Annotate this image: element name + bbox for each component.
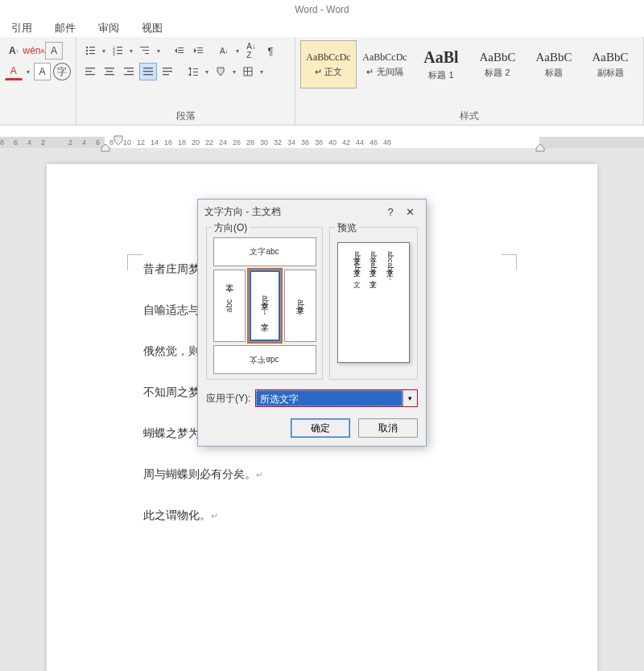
text-direction-dialog: 文字方向 - 主文档 ? ✕ 方向(O) 文字abc abc文字 文字abc→文…	[197, 199, 427, 447]
style-4[interactable]: AaBbC标题	[526, 40, 582, 89]
orient-option-vertical-left[interactable]: abc文字	[213, 270, 246, 342]
ruler-tick: 6	[14, 138, 18, 146]
svg-rect-5	[89, 53, 95, 54]
svg-rect-17	[178, 52, 184, 53]
font-color-dropdown[interactable]: ▾	[25, 63, 31, 80]
align-right-button[interactable]	[120, 63, 138, 80]
bullets-button[interactable]	[81, 42, 99, 60]
ruler-tick: 10	[123, 138, 131, 146]
orient-option-vertical-rl[interactable]: 文字abc→文字	[249, 270, 281, 342]
margin-corner-tl	[127, 254, 143, 270]
ribbon-tabs: 引用 邮件 审阅 视图	[0, 19, 644, 37]
dialog-close-button[interactable]: ✕	[400, 202, 419, 221]
style-5[interactable]: AaBbC副标题	[582, 40, 638, 89]
ruler-tick: 4	[82, 138, 86, 146]
ruler-tick: 24	[219, 138, 227, 146]
svg-rect-9	[117, 50, 122, 51]
apply-to-value: 所选文字	[256, 390, 402, 406]
apply-to-select[interactable]: 所选文字 ▾	[255, 389, 418, 407]
orient-option-horizontal[interactable]: 文字abc	[213, 237, 316, 266]
first-line-indent-marker[interactable]	[113, 134, 124, 152]
shading-dropdown[interactable]: ▾	[231, 63, 237, 80]
align-distributed-button[interactable]	[159, 63, 176, 80]
paragraph[interactable]: 此之谓物化。↵	[143, 507, 501, 524]
grow-font-button[interactable]: A↑	[5, 42, 23, 60]
borders-dropdown[interactable]: ▾	[258, 63, 265, 80]
align-justify-button[interactable]	[139, 63, 157, 80]
font-group: A↑ wénA A A ▾ A 字	[0, 37, 76, 125]
ruler-tick: 28	[246, 138, 254, 146]
tab-references[interactable]: 引用	[11, 21, 32, 35]
align-left-button[interactable]	[81, 63, 99, 80]
window-title: Word - Word	[0, 0, 644, 19]
tab-review[interactable]: 审阅	[98, 21, 119, 35]
line-spacing-button[interactable]	[184, 63, 202, 80]
svg-rect-7	[117, 47, 122, 47]
svg-rect-23	[85, 74, 95, 75]
ruler-tick: 16	[164, 138, 172, 146]
svg-rect-12	[140, 47, 149, 47]
increase-indent-button[interactable]	[189, 42, 207, 60]
svg-rect-36	[190, 69, 191, 74]
decrease-indent-button[interactable]	[170, 42, 188, 60]
svg-rect-20	[197, 52, 203, 53]
bullets-dropdown[interactable]: ▾	[101, 42, 107, 60]
multilevel-list-button[interactable]	[136, 42, 154, 60]
align-center-button[interactable]	[101, 63, 118, 80]
svg-rect-21	[85, 68, 95, 68]
svg-rect-13	[142, 50, 149, 51]
styles-gallery[interactable]: AaBbCcDc↵ 正文AaBbCcDc↵ 无间隔AaBl标题 1AaBbC标题…	[300, 40, 638, 90]
tab-view[interactable]: 视图	[142, 21, 163, 35]
svg-point-0	[86, 47, 88, 48]
numbering-button[interactable]: 123	[109, 42, 126, 60]
ruler-tick: 40	[328, 138, 336, 146]
right-indent-marker[interactable]	[535, 143, 546, 154]
asian-layout-dropdown[interactable]: ▾	[234, 42, 241, 60]
svg-text:3: 3	[113, 51, 115, 56]
sort-button[interactable]: A↓Z	[242, 42, 260, 60]
shading-button[interactable]	[212, 63, 229, 80]
multilevel-dropdown[interactable]: ▾	[155, 42, 162, 60]
paragraph-group-label: 段落	[76, 109, 295, 123]
ok-button[interactable]: 确定	[291, 418, 350, 438]
tab-mailings[interactable]: 邮件	[55, 21, 76, 35]
ruler-tick: 8	[0, 138, 4, 146]
orient-option-vertical-lr[interactable]: 文字abc	[284, 270, 316, 342]
apply-to-dropdown-button[interactable]: ▾	[402, 390, 417, 406]
enclose-characters-button[interactable]: 字	[53, 63, 71, 80]
ruler-tick: 46	[369, 138, 378, 146]
line-spacing-dropdown[interactable]: ▾	[204, 63, 210, 80]
svg-rect-25	[106, 71, 113, 72]
numbering-dropdown[interactable]: ▾	[128, 42, 134, 60]
ruler-tick: 30	[260, 138, 268, 146]
character-border-button[interactable]: A	[45, 42, 63, 60]
show-marks-button[interactable]: ¶	[262, 42, 279, 60]
phonetic-guide-button[interactable]: wénA	[25, 42, 43, 60]
svg-rect-11	[117, 53, 122, 54]
dialog-titlebar[interactable]: 文字方向 - 主文档 ? ✕	[198, 200, 426, 224]
ruler-tick: 8	[109, 138, 114, 146]
character-shading-button[interactable]: A	[34, 63, 52, 80]
style-0[interactable]: AaBbCcDc↵ 正文	[300, 40, 357, 89]
horizontal-ruler[interactable]: 8642246810121416182022242628303234363840…	[0, 137, 644, 148]
svg-rect-27	[124, 68, 134, 68]
cancel-button[interactable]: 取消	[358, 418, 418, 438]
paragraph[interactable]: 周与蝴蝶则必有分矣。↵	[143, 466, 501, 483]
ruler-tick: 4	[27, 138, 31, 146]
style-2[interactable]: AaBl标题 1	[413, 40, 469, 89]
style-1[interactable]: AaBbCcDc↵ 无间隔	[357, 40, 413, 89]
asian-layout-button[interactable]: A↓	[215, 42, 233, 60]
orient-option-horizontal-flip[interactable]: 文字abc	[213, 345, 316, 374]
svg-rect-42	[247, 68, 248, 76]
svg-rect-28	[127, 71, 134, 72]
style-3[interactable]: AaBbC标题 2	[469, 40, 526, 89]
preview-fieldset: 预览 文字abc文字abc文 字abc文字abc文字 abc文字abc→	[329, 227, 418, 380]
dialog-help-button[interactable]: ?	[381, 202, 400, 221]
svg-rect-1	[89, 47, 95, 47]
borders-button[interactable]	[239, 63, 257, 80]
ruler-tick: 12	[137, 138, 145, 146]
ribbon: A↑ wénA A A ▾ A 字 ▾ 123▾ ▾ A↓▾ A↓Z ¶	[0, 37, 644, 126]
ruler-tick: 6	[96, 138, 100, 146]
ruler-tick: 38	[315, 138, 323, 146]
font-color-button[interactable]: A	[5, 63, 23, 80]
